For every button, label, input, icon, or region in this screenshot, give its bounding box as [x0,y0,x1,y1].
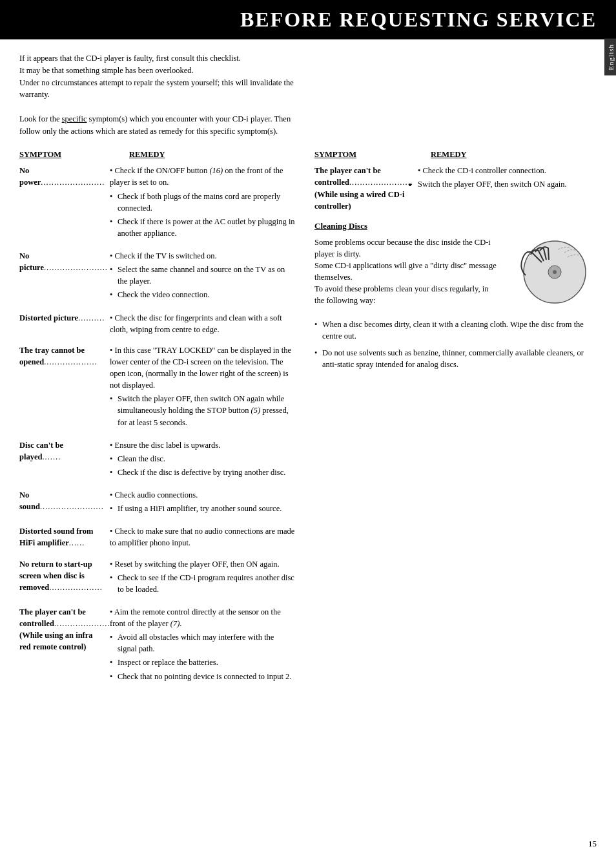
symptom-header-left: SYMPTOM [19,150,110,160]
remedy-distorted-picture: • Check the disc for fingerprints and cl… [110,312,295,335]
remedy-distorted-sound: • Check to make sure that no audio conne… [110,525,295,549]
two-column-layout: SYMPTOM REMEDY No power.................… [19,150,590,693]
intro-text: If it appears that the CD-i player is fa… [19,52,297,137]
cleaning-bullet-2: Do not use solvents such as benzine, thi… [314,347,590,370]
symptom-row-no-power: No power........................ • Check… [19,165,295,241]
symptom-row-no-picture: No picture........................ • Che… [19,250,295,303]
remedy-disc-play: • Ensure the disc label is upwards. Clea… [110,439,295,480]
remedy-header-left: REMEDY [129,150,165,160]
remedy-no-picture: • Check if the TV is switched on. Select… [110,250,295,303]
page-header: BEFORE REQUESTING SERVICE [0,0,616,39]
symptom-row-disc-play: Disc can't be played....... • Ensure the… [19,439,295,480]
symptom-distorted-picture: Distorted picture.......... [19,312,110,335]
cleaning-section: Cleaning Discs Some problems occur becau… [314,221,590,371]
symptom-row-no-control-ir: The player can't be controlled..........… [19,606,295,684]
remedy-no-sound: • Check audio connections. If using a Hi… [110,489,295,516]
symptom-row-no-control-wired: The player can't be controlled..........… [314,165,590,212]
symptom-tray: The tray cannot be opened...............… [19,344,110,430]
remedy-no-control-ir: • Aim the remote control directly at the… [110,606,295,684]
page-number: 15 [588,839,597,849]
cleaning-bullets: When a disc becomes dirty, clean it with… [314,319,590,371]
remedy-tray: • In this case "TRAY LOCKED" can be disp… [110,344,295,430]
symptom-header-right: SYMPTOM [314,150,418,160]
symptom-disc-play: Disc can't be played....... [19,439,110,480]
right-column: SYMPTOM REMEDY The player can't be contr… [314,150,590,693]
symptom-no-power: No power........................ [19,165,110,241]
cleaning-image [506,237,590,311]
symptom-row-tray: The tray cannot be opened...............… [19,344,295,430]
main-content: If it appears that the CD-i player is fa… [0,39,616,706]
left-col-headers: SYMPTOM REMEDY [19,150,295,160]
symptom-row-distorted-picture: Distorted picture.......... • Check the … [19,312,295,335]
header-title: BEFORE REQUESTING SERVICE [240,8,597,31]
cleaning-text: Some problems occur because the disc ins… [314,237,497,311]
language-tab: English [604,39,616,76]
symptom-no-picture: No picture........................ [19,250,110,303]
cleaning-content: Some problems occur because the disc ins… [314,237,590,311]
remedy-no-return: • Reset by switching the player OFF, the… [110,558,295,597]
svg-point-2 [553,270,557,274]
symptom-row-no-return: No return to start-up screen when disc i… [19,558,295,597]
symptom-no-return: No return to start-up screen when disc i… [19,558,110,597]
symptom-distorted-sound: Distorted sound from HiFi amplifier.....… [19,525,110,549]
remedy-no-power: • Check if the ON/OFF button (16) on the… [110,165,295,241]
cleaning-title: Cleaning Discs [314,221,590,231]
symptom-row-no-sound: No sound........................ • Check… [19,489,295,516]
remedy-no-control-wired: • Check the CD-i controller connection. … [418,165,590,212]
symptom-no-control-wired: The player can't be controlled..........… [314,165,418,212]
symptom-no-sound: No sound........................ [19,489,110,516]
left-column: SYMPTOM REMEDY No power.................… [19,150,295,693]
symptom-no-control-ir: The player can't be controlled..........… [19,606,110,684]
disc-svg [506,237,590,308]
right-col-headers: SYMPTOM REMEDY [314,150,590,160]
symptom-row-distorted-sound: Distorted sound from HiFi amplifier.....… [19,525,295,549]
cleaning-bullet-1: When a disc becomes dirty, clean it with… [314,319,590,342]
remedy-header-right: REMEDY [431,150,467,160]
